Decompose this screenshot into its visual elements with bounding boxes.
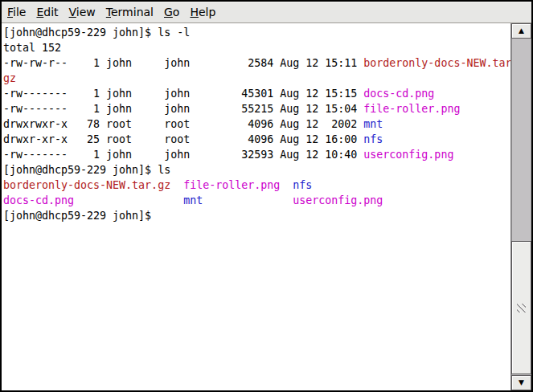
menu-item-file[interactable]: File [2,3,31,21]
terminal-line: -rw------- 1 john john 55215 Aug 12 15:0… [3,101,510,116]
text-segment: [john@dhcp59-229 john]$ ls -l [3,27,190,39]
text-segment: mnt [363,118,383,130]
terminal-output[interactable]: [john@dhcp59-229 john]$ ls -ltotal 152-r… [2,23,510,390]
up-arrow-icon: ▲ [519,27,524,35]
text-segment: file-roller.png [363,103,460,115]
text-segment: total 152 [3,42,61,54]
terminal-line: -rw------- 1 john john 32593 Aug 12 10:4… [3,147,510,162]
terminal-line: -rw------- 1 john john 45301 Aug 12 15:1… [3,86,510,101]
terminal-line: drwxrwxr-x 78 root root 4096 Aug 12 2002… [3,116,510,132]
menu-bar: FileEditViewTerminalGoHelp [2,2,531,23]
text-segment [74,194,183,206]
terminal-line: -rw-rw-r-- 1 john john 2584 Aug 12 15:11… [3,55,510,71]
menu-item-go[interactable]: Go [159,3,184,21]
text-segment: [john@dhcp59-229 john]$ [3,210,158,222]
terminal-line: drwxr-xr-x 25 root root 4096 Aug 12 16:0… [3,132,510,147]
scrollbar[interactable]: ▲ ▼ [510,23,531,390]
text-segment: docs-cd.png [3,194,74,206]
terminal-line: docs-cd.png mnt userconfig.png [3,193,510,208]
text-segment: -rw------- 1 john john 32593 Aug 12 10:4… [3,149,363,161]
text-segment [280,179,293,191]
terminal-line: [john@dhcp59-229 john]$ ls [3,162,510,178]
scrollbar-thumb[interactable] [511,241,531,374]
menu-item-view[interactable]: View [64,3,100,21]
terminal-line: [john@dhcp59-229 john]$ ls -l [3,25,510,40]
menu-item-help[interactable]: Help [185,3,220,21]
terminal-window: FileEditViewTerminalGoHelp [john@dhcp59-… [0,0,533,392]
scroll-up-button[interactable]: ▲ [511,23,531,39]
text-segment: -rw------- 1 john john 45301 Aug 12 15:1… [3,88,363,100]
text-segment: userconfig.png [363,149,453,161]
text-segment: borderonly-docs-NEW.tar. [363,57,510,69]
text-segment [170,179,183,191]
scroll-down-button[interactable]: ▼ [511,375,531,390]
text-segment [203,194,293,206]
text-segment: userconfig.png [293,194,383,206]
text-segment: nfs [363,133,383,145]
text-segment: docs-cd.png [363,88,434,100]
text-segment: -rw------- 1 john john 55215 Aug 12 15:0… [3,103,363,115]
text-segment: file-roller.png [183,179,280,191]
terminal-line: [john@dhcp59-229 john]$ [3,208,510,223]
menu-item-terminal[interactable]: Terminal [101,3,158,21]
terminal-line: gz [3,71,510,86]
menu-item-edit[interactable]: Edit [31,3,63,21]
text-segment: gz [3,72,16,84]
text-segment: borderonly-docs-NEW.tar.gz [3,179,170,191]
window-content: [john@dhcp59-229 john]$ ls -ltotal 152-r… [2,23,531,390]
terminal-line: borderonly-docs-NEW.tar.gz file-roller.p… [3,178,510,193]
text-segment: mnt [183,194,203,206]
text-segment: nfs [293,179,312,191]
scrollbar-trough[interactable] [511,39,531,375]
terminal-line: total 152 [3,40,510,55]
down-arrow-icon: ▼ [519,379,524,386]
text-segment: -rw-rw-r-- 1 john john 2584 Aug 12 15:11 [3,57,363,69]
text-segment: [john@dhcp59-229 john]$ ls [3,164,170,176]
text-segment: drwxrwxr-x 78 root root 4096 Aug 12 2002 [3,118,363,130]
thumb-grip-icon [517,304,526,312]
text-segment: drwxr-xr-x 25 root root 4096 Aug 12 16:0… [3,133,363,145]
